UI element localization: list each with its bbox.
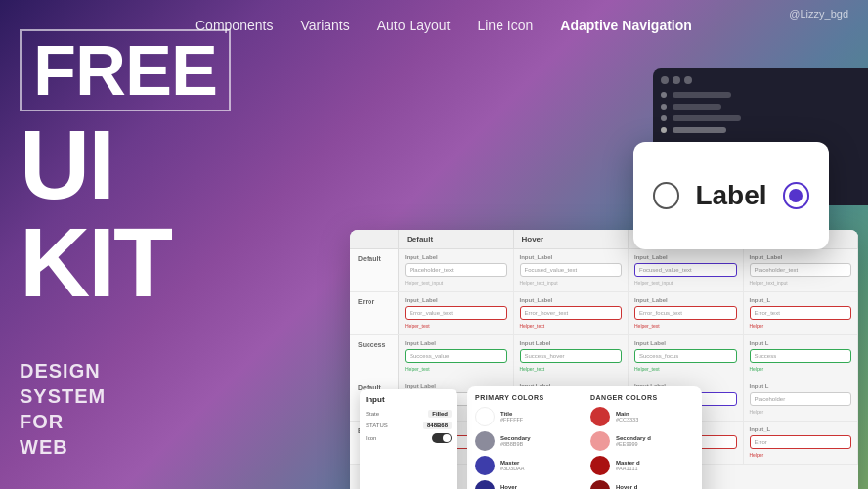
twitter-handle: @Lizzy_bgd bbox=[789, 8, 848, 20]
status-value: 848B68 bbox=[423, 422, 452, 429]
panel-colors: PRIMARY COLORS Title#FFFFFF Secondary#8B… bbox=[467, 386, 702, 489]
col-default: Default bbox=[399, 230, 514, 248]
radio-unchecked bbox=[653, 182, 679, 209]
hero-title-ui: UI bbox=[20, 115, 231, 213]
hero-section: FREE UI KIT bbox=[20, 29, 231, 311]
row-label-success: Success bbox=[350, 335, 399, 378]
icon-label: Icon bbox=[366, 435, 376, 441]
nav-line-icon[interactable]: Line Icon bbox=[477, 18, 533, 33]
state-label: State bbox=[366, 411, 379, 417]
hero-title-kit: KIT bbox=[20, 213, 231, 311]
row-label-error: Error bbox=[350, 292, 399, 334]
page-content: @Lizzy_bgd Components Variants Auto Layo… bbox=[0, 0, 868, 489]
label-text: Label bbox=[695, 180, 766, 211]
preview-area: ↙ Label Default Hover Focus Error Defaul… bbox=[340, 59, 868, 469]
panel-label: Label bbox=[633, 142, 829, 249]
col-hover: Hover bbox=[514, 230, 629, 248]
navigation: Components Variants Auto Layout Line Ico… bbox=[195, 0, 868, 33]
status-label: STATUS bbox=[366, 422, 388, 428]
state-value: Filled bbox=[428, 410, 452, 418]
table-row: Success Input LabelSuccess_valueHelper_t… bbox=[350, 335, 858, 378]
panel-input-props: Input State Filled STATUS 848B68 Icon bbox=[360, 389, 457, 489]
table-row: Error Input_LabelError_value_textHelper_… bbox=[350, 292, 858, 335]
danger-colors-title: DANGER COLORS bbox=[590, 394, 694, 401]
nav-adaptive-navigation[interactable]: Adaptive Navigation bbox=[560, 18, 692, 33]
hero-title-free: FREE bbox=[20, 29, 231, 111]
icon-toggle[interactable] bbox=[432, 433, 452, 443]
row-label-default: Default bbox=[350, 249, 399, 291]
hero-subtitle: DESIGN SYSTEM FOR WEB bbox=[20, 358, 106, 460]
nav-variants[interactable]: Variants bbox=[300, 18, 349, 33]
table-row: Default Input_LabelPlaceholder_textHelpe… bbox=[350, 249, 858, 292]
nav-auto-layout[interactable]: Auto Layout bbox=[377, 18, 451, 33]
input-panel-title: Input bbox=[366, 395, 452, 404]
primary-colors-title: PRIMARY COLORS bbox=[475, 394, 579, 401]
